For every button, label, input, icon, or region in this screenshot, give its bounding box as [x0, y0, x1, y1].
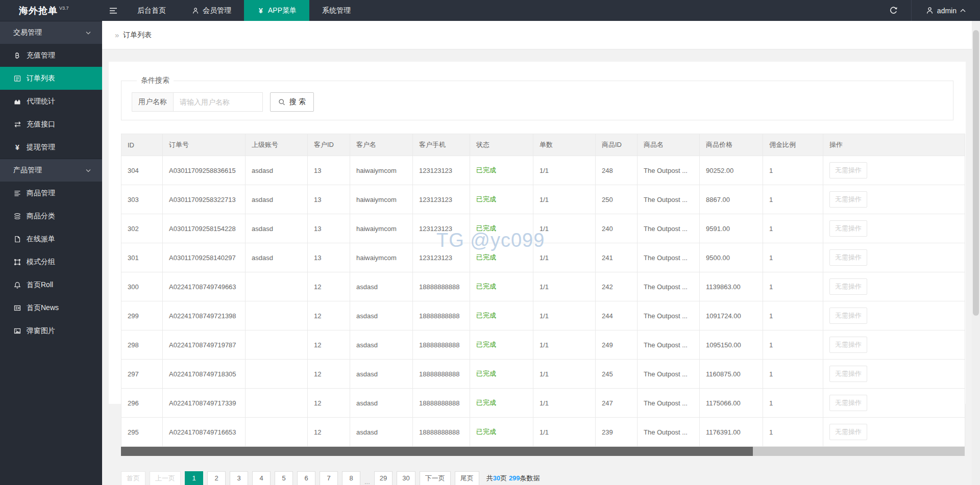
cell-phone: 18888888888: [413, 389, 470, 418]
sidebar-item-4[interactable]: 代理统计: [0, 90, 102, 113]
sidebar-item-1[interactable]: 交易管理: [0, 21, 102, 44]
vertical-scrollbar[interactable]: [972, 21, 980, 485]
page-button-30[interactable]: 30: [397, 471, 415, 485]
sidebar-item-label: 首页Roll: [27, 280, 53, 290]
no-action-button[interactable]: 无需操作: [829, 162, 867, 178]
cell-parent: asdasd: [246, 185, 308, 214]
page-button-1[interactable]: 1: [185, 471, 203, 485]
no-action-button[interactable]: 无需操作: [829, 308, 867, 324]
cell-product: The Outpost ...: [638, 156, 700, 185]
cell-customer_id: 13: [308, 185, 350, 214]
bell-icon: [13, 282, 21, 289]
cell-customer_id: 12: [308, 301, 350, 330]
cell-status: 已完成: [470, 360, 533, 389]
no-action-button[interactable]: 无需操作: [829, 424, 867, 440]
nav-item-1[interactable]: 后台首页: [125, 0, 179, 21]
page-button-首页: 首页: [121, 471, 145, 485]
top-navbar: 海外抢单 V3.7 后台首页会员管理¥APP菜单系统管理 admin: [0, 0, 980, 21]
cell-order_no: A02241708749717339: [163, 389, 246, 418]
sidebar-item-10[interactable]: 在线派单: [0, 227, 102, 250]
search-button[interactable]: 搜 索: [270, 92, 314, 112]
order-list-card: 条件搜索 用户名称 搜 索 ID订单号上级账号客户ID客户名客户手机状态单数商品…: [109, 62, 966, 404]
cell-product_id: 249: [596, 330, 638, 360]
cell-count: 1/1: [533, 418, 596, 447]
sidebar-item-12[interactable]: 首页Roll: [0, 273, 102, 296]
refresh-button[interactable]: [876, 0, 911, 21]
nav-item-4[interactable]: 系统管理: [309, 0, 363, 21]
sidebar-item-5[interactable]: 充值接口: [0, 113, 102, 136]
cell-price: 1091724.00: [700, 301, 763, 330]
page-button-6[interactable]: 6: [297, 471, 315, 485]
cell-status: 已完成: [470, 418, 533, 447]
cell-id: 299: [121, 301, 163, 330]
app-logo: 海外抢单 V3.7: [0, 0, 102, 21]
no-action-button[interactable]: 无需操作: [829, 337, 867, 353]
admin-username: admin: [937, 7, 957, 15]
cell-order_no: A02241708749721398: [163, 301, 246, 330]
col-header: 佣金比例: [763, 134, 823, 156]
page-button-4[interactable]: 4: [252, 471, 271, 485]
cell-phone: 123123123: [413, 243, 470, 272]
cell-action: 无需操作: [823, 360, 965, 389]
navbar-right: admin: [876, 0, 980, 21]
no-action-button[interactable]: 无需操作: [829, 249, 867, 266]
col-header: 客户ID: [308, 134, 350, 156]
page-button-3[interactable]: 3: [230, 471, 248, 485]
nav-item-label: 会员管理: [203, 6, 231, 15]
sidebar-item-9[interactable]: 商品分类: [0, 205, 102, 227]
sidebar-item-label: 商品分类: [27, 212, 55, 221]
cell-commission: 1: [763, 301, 823, 330]
cell-action: 无需操作: [823, 214, 965, 243]
vertical-scrollbar-thumb[interactable]: [973, 30, 979, 316]
page-button-5[interactable]: 5: [275, 471, 293, 485]
table-row: 295A0224170874971665312asdasd18888888888…: [121, 418, 965, 447]
page-button-2[interactable]: 2: [207, 471, 226, 485]
collapse-sidebar-button[interactable]: [102, 0, 125, 21]
admin-menu[interactable]: admin: [912, 0, 980, 21]
cell-action: 无需操作: [823, 301, 965, 330]
sidebar-item-2[interactable]: 充值管理: [0, 44, 102, 67]
nav-item-label: APP菜单: [268, 6, 297, 15]
no-action-button[interactable]: 无需操作: [829, 366, 867, 382]
table-row: 297A0224170874971830512asdasd18888888888…: [121, 360, 965, 389]
sidebar-item-3[interactable]: 订单列表: [0, 67, 102, 90]
sidebar-item-13[interactable]: 首页News: [0, 296, 102, 319]
hamburger-icon: [109, 7, 117, 14]
sidebar-item-11[interactable]: 模式分组: [0, 250, 102, 273]
page-button-下一页[interactable]: 下一页: [420, 471, 451, 485]
col-header: 状态: [470, 134, 533, 156]
cell-commission: 1: [763, 330, 823, 360]
chart-icon: [13, 98, 21, 105]
cell-commission: 1: [763, 272, 823, 301]
page-button-尾页[interactable]: 尾页: [455, 471, 479, 485]
page-button-7[interactable]: 7: [320, 471, 338, 485]
cell-action: 无需操作: [823, 389, 965, 418]
no-action-button[interactable]: 无需操作: [829, 220, 867, 237]
no-action-button[interactable]: 无需操作: [829, 278, 867, 295]
nav-item-2[interactable]: 会员管理: [179, 0, 244, 21]
col-header: 商品名: [638, 134, 700, 156]
username-input[interactable]: [174, 92, 263, 112]
sidebar-item-label: 商品管理: [27, 189, 55, 198]
page-button-8[interactable]: 8: [342, 471, 360, 485]
nav-item-3[interactable]: ¥APP菜单: [244, 0, 309, 21]
yen-icon: ¥: [257, 7, 265, 15]
cell-product: The Outpost ...: [638, 214, 700, 243]
main-content: » 订单列表 条件搜索 用户名称 搜 索 ID订单号上级账号客: [102, 21, 972, 485]
no-action-button[interactable]: 无需操作: [829, 395, 867, 411]
horizontal-scrollbar-thumb[interactable]: [121, 447, 753, 456]
no-action-button[interactable]: 无需操作: [829, 191, 867, 208]
cell-price: 1176391.00: [700, 418, 763, 447]
sidebar-item-7[interactable]: 产品管理: [0, 159, 102, 182]
cell-product: The Outpost ...: [638, 418, 700, 447]
cell-count: 1/1: [533, 243, 596, 272]
page-button-29[interactable]: 29: [374, 471, 393, 485]
sidebar-item-8[interactable]: 商品管理: [0, 182, 102, 205]
col-header: 订单号: [163, 134, 246, 156]
sidebar-item-label: 首页News: [27, 303, 59, 313]
sidebar-item-14[interactable]: 弹窗图片: [0, 319, 102, 342]
col-header: 单数: [533, 134, 596, 156]
cell-product_id: 250: [596, 185, 638, 214]
sidebar-item-6[interactable]: ¥提现管理: [0, 136, 102, 159]
horizontal-scrollbar[interactable]: [121, 447, 965, 456]
